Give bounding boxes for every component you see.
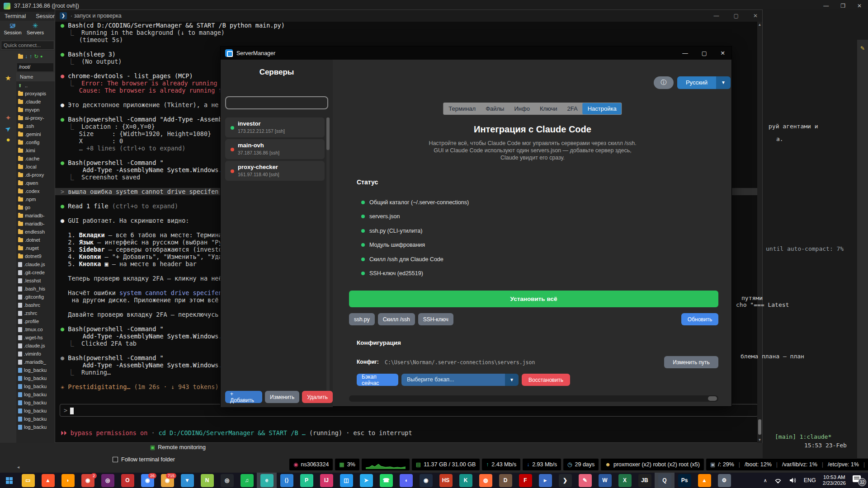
terminal-maximize-button[interactable]: ▢ (734, 13, 739, 19)
file-row[interactable]: proxyapis (16, 89, 55, 98)
file-row[interactable]: .nuget (16, 244, 55, 252)
file-row[interactable]: .git-crede (16, 268, 55, 277)
taskbar-icon-explorer[interactable]: ▭ (18, 473, 38, 488)
taskbar-icon-steam[interactable]: ◉ (416, 473, 436, 488)
file-row[interactable]: .zshrc (16, 309, 55, 317)
notification-center-button[interactable]: 32 (853, 475, 864, 485)
file-row[interactable]: .lesshst (16, 277, 55, 285)
file-row[interactable]: .mariadb_ (16, 358, 55, 366)
install-all-button[interactable]: Установить всё (349, 291, 718, 307)
taskbar-icon-obs[interactable]: ◎ (217, 473, 237, 488)
file-row[interactable]: log_backu (16, 382, 55, 390)
file-list-name-header[interactable]: Name (16, 72, 55, 81)
favorites-star-icon[interactable]: ★ (0, 74, 16, 82)
servermanager-titlebar[interactable]: ServerManager — ▢ ✕ (221, 47, 731, 60)
sm-maximize-button[interactable]: ▢ (702, 50, 707, 56)
taskbar-icon-notepad-plus[interactable]: N (197, 473, 217, 488)
scrollbar-thumb[interactable] (708, 396, 717, 401)
file-row[interactable]: .claude.js (16, 342, 55, 350)
follow-terminal-folder-checkbox[interactable] (113, 457, 118, 462)
file-row[interactable]: ⬆.. (16, 81, 55, 89)
taskbar-icon-hearthstone[interactable]: HS (436, 473, 456, 488)
file-row[interactable]: log_backu (16, 366, 55, 374)
file-row[interactable]: .claude (16, 98, 55, 106)
file-row[interactable]: .dotnet (16, 236, 55, 244)
file-row[interactable]: .kimi (16, 146, 55, 155)
install-ssh-py-button[interactable]: ssh.py (349, 313, 375, 325)
tray-clock[interactable]: 10:53 AM 2/23/2026 (823, 474, 846, 486)
telegram-icon[interactable]: ➤ (0, 121, 17, 136)
path-input[interactable]: /root/ (17, 63, 53, 71)
keyboard-language[interactable]: ENG (804, 477, 816, 483)
tab-2fa[interactable]: 2FA (562, 103, 583, 114)
taskbar-icon-qbittorrent[interactable]: ▼ (177, 473, 197, 488)
tab-файлы[interactable]: Файлы (481, 103, 509, 114)
file-row[interactable]: .qwen (16, 179, 55, 187)
taskbar-icon-docker[interactable]: ◫ (336, 473, 356, 488)
taskbar-icon-terminal[interactable]: ❯ (555, 473, 575, 488)
tool-icon[interactable]: ✦ (0, 114, 16, 122)
sidebar-scroll-left-arrow[interactable]: ◂ (17, 465, 19, 469)
scrollbar-thumb[interactable] (326, 117, 330, 150)
taskbar-icon-gitkraken[interactable]: K (456, 473, 476, 488)
wifi-icon[interactable] (774, 477, 782, 483)
backup-now-button[interactable]: Бэкап сейчас (357, 374, 398, 386)
toolbar-servers-button[interactable]: ✳ Servers (24, 22, 47, 35)
taskbar-icon-quick-app[interactable]: Q (655, 473, 675, 488)
taskbar-icon-idea[interactable]: IJ (316, 473, 336, 488)
follow-terminal-folder-option[interactable]: Follow terminal folder (113, 456, 175, 463)
moba-close-button[interactable]: ✕ (857, 3, 862, 9)
file-row[interactable]: mariadb- (16, 220, 55, 228)
remote-monitoring-label[interactable]: ▣ Remote monitoring (150, 444, 206, 450)
install-ssh-ключ-button[interactable]: SSH-ключ (418, 313, 453, 325)
file-row[interactable]: .gemini (16, 130, 55, 138)
chevron-down-icon[interactable]: ▼ (505, 374, 519, 386)
taskbar-icon-opera[interactable]: O (118, 473, 137, 488)
delete-server-button[interactable]: Удалить (302, 391, 333, 403)
file-row[interactable]: .tmux.co (16, 325, 55, 333)
file-row[interactable]: dotnet9 (16, 252, 55, 260)
server-card-main-ovh[interactable]: main-ovh37.187.136.86 [ssh] (225, 139, 325, 159)
taskbar-icon-excel[interactable]: X (615, 473, 635, 488)
file-row[interactable]: .claude.js (16, 260, 55, 268)
terminal-close-button[interactable]: ✕ (753, 13, 758, 19)
file-row[interactable]: ai-proxy- (16, 114, 55, 122)
refresh-icon[interactable]: ↻ (34, 53, 38, 60)
file-row[interactable]: .profile (16, 317, 55, 325)
folder-up-icon[interactable] (18, 55, 23, 59)
start-button[interactable] (0, 473, 18, 488)
taskbar-icon-vlc[interactable]: ▲ (694, 473, 714, 488)
file-row[interactable]: .bashrc (16, 301, 55, 309)
file-row[interactable]: go (16, 203, 55, 211)
file-row[interactable]: log_backu (16, 415, 55, 423)
install-скилл-ssh-button[interactable]: Скилл /ssh (378, 313, 415, 325)
file-row[interactable]: .ssh (16, 122, 55, 130)
tab-терминал[interactable]: Терминал (443, 103, 481, 114)
taskbar-icon-pycharm[interactable]: P (297, 473, 316, 488)
taskbar-icon-discord[interactable]: ◖ (396, 473, 416, 488)
backup-select-dropdown[interactable]: Выберите бэкап... ▼ (401, 374, 519, 386)
file-row[interactable]: log_backu (16, 407, 55, 415)
tab-ключи[interactable]: Ключи (535, 103, 562, 114)
taskbar-icon-postman[interactable]: ◍ (476, 473, 495, 488)
language-select[interactable]: Русский ▼ (677, 76, 731, 89)
taskbar-icon-paint[interactable]: ✎ (575, 473, 595, 488)
taskbar-icon-intellij[interactable]: JB (635, 473, 655, 488)
terminal-minimize-button[interactable]: — (714, 13, 719, 19)
file-row[interactable]: .bash_his (16, 285, 55, 293)
taskbar-icon-photoshop[interactable]: Ps (675, 473, 694, 488)
download-icon[interactable]: ↓ (25, 53, 28, 60)
file-row[interactable]: .local (16, 163, 55, 171)
sm-minimize-button[interactable]: — (682, 50, 688, 56)
file-row[interactable]: .viminfo (16, 350, 55, 358)
taskbar-icon-dbeaver[interactable]: D (495, 473, 515, 488)
taskbar-icon-chrome-profile-2[interactable]: ◉26 (137, 473, 157, 488)
file-row[interactable]: .wget-hs (16, 333, 55, 342)
refresh-button[interactable]: Обновить (681, 313, 718, 325)
file-row[interactable]: log_backu (16, 374, 55, 382)
server-search-input[interactable] (225, 96, 328, 109)
taskbar-icon-settings[interactable]: ⚙ (714, 473, 734, 488)
server-card-proxy-checker[interactable]: proxy-checker161.97.118.40 [ssh] (225, 161, 325, 181)
terminal-titlebar[interactable]: ❯ · запуск и проверка — ▢ ✕ (55, 10, 762, 22)
taskbar-icon-whatsapp[interactable]: ☎ (376, 473, 396, 488)
